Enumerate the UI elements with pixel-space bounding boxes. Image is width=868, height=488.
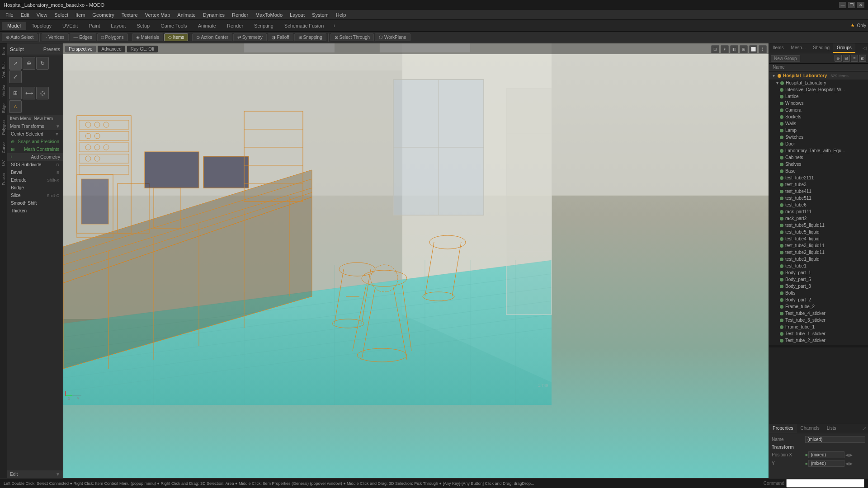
add-geometry-header[interactable]: + Add Geometry — [7, 153, 63, 161]
right-tab-shading[interactable]: Shading — [809, 43, 833, 53]
menu-edit[interactable]: Edit — [17, 11, 33, 19]
window-controls[interactable]: — ❐ ✕ — [839, 2, 864, 8]
item-door[interactable]: Door — [769, 141, 868, 147]
tool-icon-text[interactable]: A — [9, 100, 22, 113]
tab-render[interactable]: Render — [222, 22, 249, 30]
maximize-button[interactable]: ❐ — [848, 2, 855, 8]
item-testtube2111[interactable]: test_tube2111 — [769, 174, 868, 181]
workplane-btn[interactable]: ⬡ WorkPlane — [375, 33, 410, 41]
add-tab-button[interactable]: + — [329, 22, 339, 30]
viewport-canvas[interactable]: X Y 1,749 — [63, 43, 769, 478]
item-bolts[interactable]: Bolts — [769, 290, 868, 296]
command-input[interactable] — [786, 479, 864, 488]
item-shelves[interactable]: Shelves — [769, 161, 868, 168]
vp-icon-6[interactable]: ⟩ — [759, 45, 767, 53]
item-menu-header[interactable]: Item Menu: New Item — [7, 115, 63, 122]
item-bodypart1[interactable]: Body_part_1 — [769, 269, 868, 276]
prop-posx-left[interactable]: ◀ — [845, 453, 849, 457]
vp-icon-1[interactable]: ⊡ — [711, 45, 719, 53]
item-testtube4liquid[interactable]: test_tube4_liquid — [769, 235, 868, 242]
extrude-item[interactable]: Extrude Shift-X — [7, 176, 63, 184]
item-switches[interactable]: Switches — [769, 134, 868, 141]
more-transforms-header[interactable]: More Transforms ▼ — [7, 122, 63, 130]
tool-icon-snap[interactable]: ⊞ — [9, 87, 22, 99]
item-bodypart2[interactable]: Body_part_2 — [769, 296, 868, 303]
prop-tab-properties[interactable]: Properties — [769, 424, 797, 433]
right-tab-collapse[interactable]: ◁ — [861, 43, 868, 53]
tool-icon-select[interactable]: ↗ — [9, 57, 22, 70]
menu-file[interactable]: File — [2, 11, 17, 19]
item-testtube411[interactable]: test_tube411 — [769, 188, 868, 195]
item-hospital-lab[interactable]: ▾ Hospital_Laboratory — [769, 80, 868, 86]
item-intensive-care[interactable]: Intensive_Care_Hospital_W... — [769, 86, 868, 93]
menu-geometry[interactable]: Geometry — [89, 11, 118, 19]
menu-animate[interactable]: Animate — [174, 11, 199, 19]
center-selected-item[interactable]: Center Selected ▼ — [7, 130, 63, 138]
tool-icon-scale[interactable]: ⤢ — [9, 70, 22, 83]
vtab-vertedit[interactable]: Vert Edit — [1, 59, 6, 81]
right-icon-3[interactable]: ≡ — [851, 55, 858, 62]
vp-icon-2[interactable]: ☀ — [721, 45, 729, 53]
right-tab-mesh[interactable]: Mesh... — [787, 43, 809, 53]
item-testtube1sticker[interactable]: Test_tube_1_sticker — [769, 330, 868, 337]
item-rackpart111[interactable]: rack_part111 — [769, 208, 868, 215]
symmetry-btn[interactable]: ⇄ Symmetry — [233, 33, 267, 41]
slice-item[interactable]: Slice Shift-C — [7, 192, 63, 199]
item-testtube511[interactable]: test_tube511 — [769, 195, 868, 202]
vp-tab-perspective[interactable]: Perspective — [65, 46, 96, 52]
polygons-btn[interactable]: □ Polygons — [97, 33, 128, 41]
item-testtube3[interactable]: test_tube3 — [769, 181, 868, 188]
thicken-item[interactable]: Thicken — [7, 207, 63, 215]
prop-posx-right[interactable]: ▶ — [849, 453, 853, 457]
presets-label[interactable]: Presets — [43, 47, 60, 52]
vp-icon-3[interactable]: ◧ — [730, 45, 738, 53]
materials-btn[interactable]: ◈ Materials — [132, 33, 163, 41]
item-testtube2sticker[interactable]: Test_tube_2_sticker — [769, 337, 868, 344]
item-testtube1liquid[interactable]: test_tube1_liquid — [769, 256, 868, 263]
tab-setup[interactable]: Setup — [131, 22, 155, 30]
vp-icon-4[interactable]: ⊞ — [740, 45, 748, 53]
item-rackpart2[interactable]: rack_part2 — [769, 215, 868, 222]
items-btn[interactable]: ◇ Items — [164, 33, 188, 41]
right-icon-2[interactable]: ⊟ — [843, 55, 850, 62]
menu-view[interactable]: View — [33, 11, 51, 19]
menu-dynamics[interactable]: Dynamics — [199, 11, 228, 19]
menu-maxtomodo[interactable]: MaxToModo — [252, 11, 286, 19]
prop-tab-channels[interactable]: Channels — [797, 424, 823, 433]
auto-select-btn[interactable]: ⊕ Auto Select — [2, 33, 38, 41]
prop-posy-field[interactable] — [808, 460, 844, 467]
item-testtube5liquid[interactable]: test_tube5_liquid — [769, 229, 868, 235]
bevel-item[interactable]: Bevel B — [7, 169, 63, 176]
vtab-edge[interactable]: Edge — [1, 100, 6, 117]
item-testtube4sticker[interactable]: Test_tube_4_sticker — [769, 310, 868, 317]
tab-gametools[interactable]: Game Tools — [155, 22, 193, 30]
edit-header[interactable]: Edit ▼ — [7, 470, 63, 478]
new-group-button[interactable]: New Group — [771, 55, 800, 62]
prop-tab-lists[interactable]: Lists — [823, 424, 840, 433]
vtab-vertex[interactable]: Vertex — [1, 81, 6, 100]
vp-tab-advanced[interactable]: Advanced — [98, 46, 125, 52]
item-bodypart3[interactable]: Body_part_3 — [769, 283, 868, 290]
viewport[interactable]: Perspective Advanced Ray GL: Off ⊡ ☀ ◧ ⊞… — [63, 43, 769, 478]
vtab-polygon[interactable]: Polygon — [1, 117, 6, 139]
item-list[interactable]: ▾ Hospital_Laboratory 629 Items ▾ Hospit… — [769, 71, 868, 424]
menu-render[interactable]: Render — [228, 11, 252, 19]
item-windows[interactable]: Windows — [769, 100, 868, 107]
menu-texture[interactable]: Texture — [118, 11, 142, 19]
tab-schematicfusion[interactable]: Schematic Fusion — [279, 22, 329, 30]
minimize-button[interactable]: — — [839, 2, 846, 8]
vp-tab-raygl[interactable]: Ray GL: Off — [127, 46, 158, 52]
right-icon-4[interactable]: ◐ — [859, 55, 866, 62]
menu-help[interactable]: Help — [332, 11, 350, 19]
item-walls[interactable]: Walls — [769, 120, 868, 127]
item-frametube2[interactable]: Frame_tube_2 — [769, 303, 868, 310]
item-sockets[interactable]: Sockets — [769, 113, 868, 120]
item-testtube6[interactable]: test_tube6 — [769, 202, 868, 208]
menu-layout[interactable]: Layout — [286, 11, 308, 19]
menu-vertexmap[interactable]: Vertex Map — [142, 11, 174, 19]
prop-posy-left[interactable]: ◀ — [845, 461, 849, 466]
item-testtube3liquid11[interactable]: test_tube3_liquid11 — [769, 242, 868, 249]
item-lamp[interactable]: Lamp — [769, 127, 868, 134]
vtab-curve[interactable]: Curve — [1, 139, 6, 157]
prop-posx-field[interactable] — [808, 451, 844, 458]
